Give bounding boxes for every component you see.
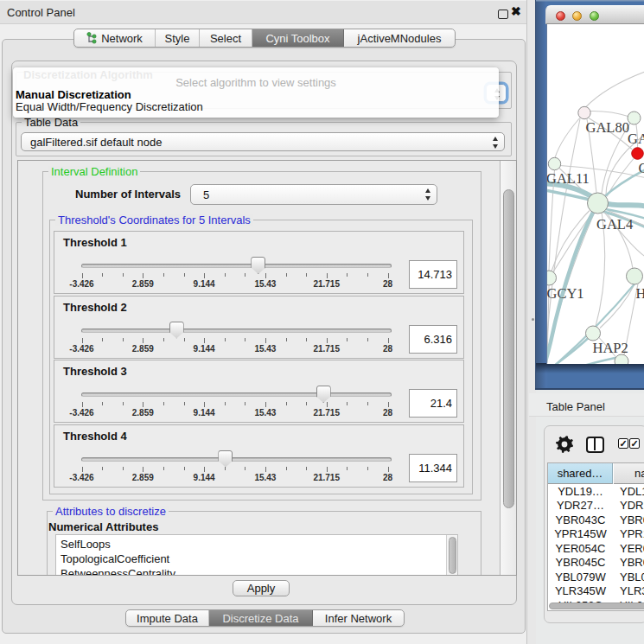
network-node-label: C [639, 160, 644, 176]
threshold-value-field[interactable]: 21.4 [409, 389, 457, 418]
tab-infer-network[interactable]: Infer Network [313, 610, 404, 626]
threshold-slider-thumb[interactable] [218, 450, 233, 468]
tab-jactivemnodules[interactable]: jActiveMNodules [344, 29, 455, 47]
threshold-slider-thumb[interactable] [251, 257, 265, 274]
slider-tick [367, 338, 368, 341]
network-node[interactable] [548, 157, 560, 169]
slider-tick [347, 273, 348, 277]
network-window-titlebar[interactable] [545, 5, 644, 24]
threshold-coordinates-group-title: Threshold's Coordinates for 5 Intervals [55, 214, 253, 226]
slider-tick-label: 2.859 [121, 279, 164, 289]
threshold-value-field[interactable]: 6.316 [409, 325, 457, 354]
node-table: shared… na YDL19…YDL1YDR27…YDR2YBR043CYB… [547, 462, 644, 611]
tab-style[interactable]: Style [156, 29, 200, 47]
tab-label: Network [101, 32, 143, 45]
slider-tick [82, 402, 83, 407]
float-window-icon[interactable] [498, 10, 508, 19]
slider-tick [388, 273, 389, 278]
column-header-shared[interactable]: shared… [548, 463, 613, 484]
table-row[interactable]: YDR27…YDR2 [548, 499, 644, 513]
network-node[interactable] [632, 147, 644, 159]
threshold-value-field[interactable]: 11.344 [409, 454, 457, 482]
table-horizontal-scrollbar[interactable] [547, 602, 644, 610]
slider-tick-label: 9.144 [182, 344, 226, 354]
tab-select[interactable]: Select [200, 29, 252, 47]
table-row[interactable]: YER054CYER0 [548, 542, 644, 557]
attributes-list-scrollbar[interactable] [446, 535, 457, 576]
slider-tick [204, 273, 205, 278]
tab-impute-data[interactable]: Impute Data [126, 610, 209, 626]
slider-tick [123, 467, 124, 470]
table-panel-titlebar[interactable]: Table Panel [529, 393, 644, 417]
number-of-intervals-label: Number of Intervals [75, 188, 181, 201]
network-node[interactable] [578, 106, 590, 118]
threshold-value-field[interactable]: 14.713 [409, 260, 457, 289]
threshold-slider-track[interactable] [81, 264, 392, 268]
table-hscrollbar-thumb[interactable] [549, 603, 644, 610]
zoom-traffic-light-icon[interactable] [590, 11, 599, 21]
slider-tick [163, 402, 164, 405]
table-row[interactable]: YBR045CYBR0 [548, 556, 644, 571]
slider-tick [388, 467, 389, 472]
number-of-intervals-combobox[interactable]: 5 [190, 184, 437, 205]
close-icon[interactable]: ✖ [511, 4, 521, 18]
table-row[interactable]: YLR345WYLR3 [548, 584, 644, 599]
attribute-list-item[interactable]: BetweennessCentrality [61, 567, 175, 577]
tab-label: Style [165, 32, 190, 45]
cell-shared-name: YLR345W [548, 584, 613, 599]
network-node[interactable] [586, 326, 601, 341]
table-row[interactable]: YPR145WYPR1 [548, 527, 644, 542]
table-row[interactable]: YBR043CYBR0 [548, 513, 644, 528]
checkbox-checked-icon[interactable]: ✓ [618, 438, 628, 449]
slider-tick [143, 273, 143, 278]
checkbox-checked-icon[interactable]: ✓ [629, 438, 640, 449]
tab-cyni-toolbox[interactable]: Cyni Toolbox [252, 29, 344, 47]
threshold-slider-track[interactable] [81, 328, 392, 333]
slider-tick-label: 15.43 [244, 344, 287, 354]
slider-tick [286, 338, 287, 341]
numerical-attributes-list[interactable]: SelfLoopsTopologicalCoefficientBetweenne… [55, 534, 458, 576]
attribute-list-item[interactable]: SelfLoops [61, 538, 111, 551]
table-row[interactable]: YBL079WYBL0 [548, 571, 644, 585]
threshold-slider-track[interactable] [81, 457, 392, 462]
network-node[interactable] [547, 271, 557, 285]
algorithm-popup-item-equal-width[interactable]: Equal Width/Frequency Discretization [16, 100, 203, 113]
gear-hole [562, 442, 568, 448]
slider-tick [82, 273, 83, 278]
attribute-list-item[interactable]: TopologicalCoefficient [61, 552, 169, 565]
network-node[interactable] [588, 193, 609, 214]
attributes-group-title: Attributes to discretize [53, 506, 169, 518]
control-panel-tabs: NetworkStyleSelectCyni ToolboxjActiveMNo… [73, 29, 456, 48]
settings-scrollbar-thumb[interactable] [503, 189, 514, 508]
network-canvas[interactable]: GAL80GALCGAL11GAL4GCY1HHAP2 [546, 24, 644, 364]
network-tree-node [87, 32, 91, 35]
settings-vertical-scrollbar[interactable] [500, 161, 516, 575]
slider-tick-label: 15.43 [244, 279, 287, 289]
split-columns-icon[interactable] [586, 437, 604, 453]
tab-network[interactable]: Network [74, 29, 156, 47]
gear-icon[interactable] [556, 436, 573, 453]
threshold-slider-thumb[interactable] [169, 322, 184, 339]
network-node[interactable] [627, 268, 643, 284]
threshold-slider-thumb[interactable] [316, 386, 331, 403]
table-data-combobox[interactable]: galFiltered.sif default node [21, 132, 505, 151]
algorithm-popup-item-manual[interactable]: Manual Discretization [16, 88, 131, 101]
column-header-name[interactable]: na [614, 463, 644, 484]
split-handle-dot[interactable] [532, 318, 534, 321]
slider-tick [347, 467, 348, 470]
slider-tick [184, 467, 185, 470]
control-panel-titlebar[interactable]: Control Panel ✖ [0, 1, 526, 24]
threshold-label: Threshold 1 [63, 236, 127, 249]
slider-tick-label: 21.715 [305, 279, 348, 289]
minimize-traffic-light-icon[interactable] [572, 11, 582, 21]
network-node[interactable] [628, 112, 641, 124]
slider-tick [184, 338, 185, 341]
slider-tick [286, 467, 287, 470]
tab-discretize-data[interactable]: Discretize Data [209, 610, 313, 626]
network-node-label: H [636, 285, 644, 302]
threshold-slider-track[interactable] [81, 392, 392, 397]
close-traffic-light-icon[interactable] [556, 11, 565, 21]
attributes-list-scrollbar-thumb[interactable] [449, 537, 456, 574]
table-row[interactable]: YDL19…YDL1 [548, 485, 644, 500]
apply-button[interactable]: Apply [233, 580, 290, 596]
